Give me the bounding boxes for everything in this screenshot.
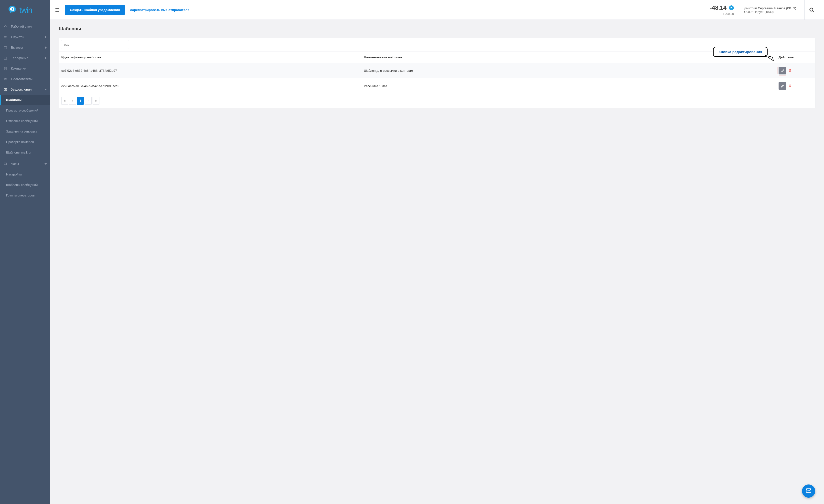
script-icon [4,35,11,39]
chevron-down-icon [44,89,47,91]
chevron-right-icon [45,36,47,38]
sidebar: twin Рабочий стол Скрипты Вызовы Телефон… [0,0,50,504]
sidebar-item-label: Телефония [11,56,45,60]
user-name: Дмитрий Сергеевич Иванов (t3159) [744,6,796,10]
sidebar-subitem-messages-view[interactable]: Просмотр сообщений [0,105,50,116]
building-icon [4,67,11,70]
sidebar-item-label: Шаблоны сообщений [6,183,47,187]
sidebar-item-label: Задания на отправку [6,130,47,133]
edit-button[interactable] [779,82,787,90]
sidebar-item-companies[interactable]: Компании [0,63,50,74]
page-first[interactable]: « [61,97,68,105]
table-row: ce7f92c4-e832-4c6f-a488-cf78fd6f2b97 Шаб… [59,63,815,78]
sidebar-item-calls[interactable]: Вызовы [0,42,50,53]
sidebar-item-label: Просмотр сообщений [6,109,47,112]
callout-pointer-icon [765,55,775,62]
envelope-icon [4,88,11,91]
page-title: Шаблоны [59,26,815,31]
sidebar-subitem-mailru-templates[interactable]: Шаблоны mail.ru [0,147,50,158]
sidebar-item-label: Отправка сообщений [6,119,47,123]
col-header-id[interactable]: Идентификатор шаблона [59,52,361,63]
sidebar-item-label: Настройки [6,172,47,176]
main-content: Создать шаблон уведомления Зарегистриров… [50,0,824,504]
sidebar-subitem-send-tasks[interactable]: Задания на отправку [0,126,50,137]
sidebar-item-label: Чаты [11,162,44,166]
sidebar-subitem-operator-groups[interactable]: Группы операторов [0,190,50,201]
svg-point-4 [4,78,5,79]
sidebar-item-label: Группы операторов [6,194,47,197]
sidebar-subnav-chats: Настройки Шаблоны сообщений Группы опера… [0,169,50,202]
logo-text: twin [19,6,32,15]
filter-input[interactable] [61,40,129,49]
nav-main: Рабочий стол Скрипты Вызовы Телефония Ко… [0,20,50,203]
sidebar-subitem-templates[interactable]: Шаблоны [0,95,50,105]
sidebar-item-label: Рабочий стол [11,25,47,28]
cell-template-id: c226acc5-d16d-469f-a54f-ea79c0d8acc2 [59,78,361,94]
sidebar-item-label: Пользователи [11,77,47,81]
sidebar-item-label: Вызовы [11,46,45,49]
sidebar-item-dashboard[interactable]: Рабочий стол [0,21,50,32]
create-template-button[interactable]: Создать шаблон уведомления [65,5,125,15]
register-sender-link[interactable]: Зарегистрировать имя отправителя [130,8,190,12]
sidebar-subitem-number-check[interactable]: Проверка номеров [0,137,50,147]
sidebar-subitem-settings[interactable]: Настройки [0,169,50,179]
svg-rect-3 [4,67,6,70]
balance-block: -48.14 1 000.00 [710,4,734,16]
sidebar-subitem-message-templates[interactable]: Шаблоны сообщений [0,179,50,190]
user-company: ООО "Парус" (1830) [744,10,796,14]
chevron-right-icon [45,46,47,49]
delete-button[interactable] [788,84,792,88]
page-current[interactable]: 1 [77,97,84,105]
calendar-icon [4,46,11,49]
user-block[interactable]: Дмитрий Сергеевич Иванов (t3159) ООО "Па… [744,6,796,14]
annotation-callout: Кнопка редактирования [713,47,767,57]
gauge-icon [4,25,11,28]
menu-toggle-icon[interactable] [55,8,60,12]
balance-sub-value: 1 000.00 [710,12,734,16]
page-last[interactable]: » [93,97,99,105]
svg-rect-1 [4,46,7,48]
compose-fab[interactable] [802,485,815,498]
logo[interactable]: twin [0,0,50,20]
checkbox-icon [4,56,11,60]
sidebar-item-label: Проверка номеров [6,140,47,144]
sidebar-item-label: Шаблоны mail.ru [6,151,47,154]
mail-icon [805,487,812,495]
page-prev[interactable]: ‹ [69,97,76,105]
table-row: c226acc5-d16d-469f-a54f-ea79c0d8acc2 Рас… [59,78,815,94]
svg-point-5 [6,78,6,79]
sidebar-item-users[interactable]: Пользователи [0,74,50,84]
balance-toggle-icon[interactable] [729,5,734,10]
edit-button[interactable] [779,67,787,75]
chat-icon [4,162,11,166]
sidebar-item-chats[interactable]: Чаты [0,159,50,169]
balance-value: -48.14 [710,4,727,11]
sidebar-subitem-messages-send[interactable]: Отправка сообщений [0,116,50,126]
templates-panel: Идентификатор шаблона Наименование шабло… [59,38,815,108]
delete-button[interactable] [788,69,792,73]
cell-template-name: Рассылка 1 мая [361,78,776,94]
sidebar-item-label: Уведомления [11,88,44,91]
callout-text: Кнопка редактирования [718,50,762,54]
cell-template-id: ce7f92c4-e832-4c6f-a488-cf78fd6f2b97 [59,63,361,78]
cell-template-name: Шаблон для рассылки в контакте [361,63,776,78]
sidebar-item-notifications[interactable]: Уведомления [0,84,50,95]
topbar: Создать шаблон уведомления Зарегистриров… [50,0,824,20]
page-content: Шаблоны Идентификатор шаблона Наименован… [50,20,824,115]
svg-point-7 [810,8,813,11]
sidebar-item-label: Компании [11,67,47,70]
sidebar-item-label: Шаблоны [6,98,47,102]
search-icon [809,7,815,13]
chevron-down-icon [44,163,47,165]
pagination: « ‹ 1 › » [59,94,815,108]
chevron-right-icon [45,57,47,59]
sidebar-item-scripts[interactable]: Скрипты [0,32,50,42]
sidebar-item-telephony[interactable]: Телефония [0,53,50,63]
sidebar-subnav-notifications: Шаблоны Просмотр сообщений Отправка сооб… [0,95,50,159]
page-next[interactable]: › [85,97,92,105]
users-icon [4,77,11,81]
global-search-button[interactable] [805,0,819,19]
sidebar-item-label: Скрипты [11,35,45,39]
templates-table: Идентификатор шаблона Наименование шабло… [59,51,815,94]
logo-icon [8,5,17,15]
